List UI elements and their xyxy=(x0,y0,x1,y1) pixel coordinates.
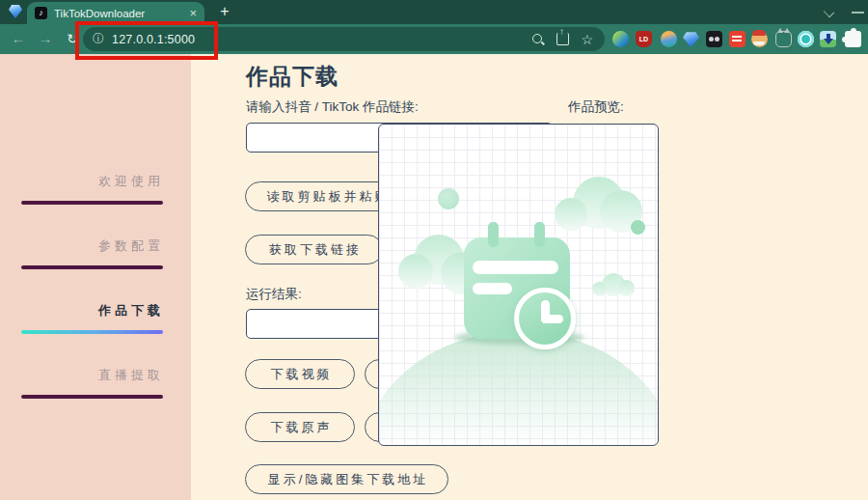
extension-notes-icon[interactable] xyxy=(729,31,746,47)
url-text[interactable]: 127.0.0.1:5000 xyxy=(112,33,531,46)
window-minimize-button[interactable] xyxy=(852,12,864,14)
address-bar[interactable]: ⓘ 127.0.0.1:5000 ☆ xyxy=(83,27,605,51)
page-title: 作品下载 xyxy=(246,62,339,92)
page-content: 欢迎使用 参数配置 作品下载 直播提取 作品下载 请输入抖音 / TikTok … xyxy=(0,54,868,500)
sidebar-item-welcome[interactable]: 欢迎使用 xyxy=(0,173,164,190)
link-input-label: 请输入抖音 / TikTok 作品链接: xyxy=(246,98,419,116)
clipboard-knob xyxy=(488,222,499,247)
tab-title: TikTokDownloader xyxy=(54,8,185,19)
clock-hand xyxy=(541,315,563,323)
extensions-puzzle-icon[interactable] xyxy=(845,31,861,47)
sidebar-item-settings[interactable]: 参数配置 xyxy=(0,237,164,255)
clipboard-line xyxy=(473,283,512,294)
extension-santa-icon[interactable] xyxy=(751,31,768,47)
extension-cat-icon[interactable] xyxy=(775,31,792,47)
get-download-link-button[interactable]: 获取下载链接 xyxy=(245,235,383,264)
sidebar-underline xyxy=(21,201,163,205)
sidebar-item-download-active[interactable]: 作品下载 xyxy=(0,302,164,319)
download-video-button[interactable]: 下载视频 xyxy=(245,359,355,389)
window-chevron-down-icon[interactable] xyxy=(824,7,834,17)
result-label: 运行结果: xyxy=(246,286,302,303)
browser-toolbar: ← → ↻ ⓘ 127.0.0.1:5000 ☆ LD xyxy=(0,24,868,54)
extension-ld-shield-icon[interactable]: LD xyxy=(636,31,652,47)
sidebar-item-live-extract[interactable]: 直播提取 xyxy=(0,367,164,384)
extension-teal-dot-icon[interactable] xyxy=(798,31,814,47)
back-button[interactable]: ← xyxy=(8,28,29,49)
clock-icon xyxy=(514,288,576,349)
extension-idm-icon[interactable] xyxy=(612,31,629,47)
extension-photo-download-icon[interactable] xyxy=(820,31,836,47)
site-info-icon[interactable]: ⓘ xyxy=(93,31,104,47)
preview-label: 作品预览: xyxy=(568,98,624,116)
preview-box xyxy=(378,124,659,446)
toggle-gallery-urls-button[interactable]: 显示/隐藏图集下载地址 xyxy=(245,464,448,494)
browser-tab[interactable]: ♪ TikTokDownloader × xyxy=(27,2,204,24)
profile-gem-icon[interactable] xyxy=(9,5,22,18)
download-audio-button[interactable]: 下载原声 xyxy=(245,412,355,442)
dot-illustration xyxy=(631,220,645,235)
tiktok-favicon-icon: ♪ xyxy=(35,7,47,19)
tab-strip: ♪ TikTokDownloader × + xyxy=(0,0,868,24)
sidebar: 欢迎使用 参数配置 作品下载 直播提取 xyxy=(0,54,191,500)
tab-close-icon[interactable]: × xyxy=(189,7,197,19)
extension-planet-icon[interactable] xyxy=(661,31,677,47)
hill-illustration xyxy=(378,331,659,446)
share-icon[interactable] xyxy=(556,33,569,45)
sidebar-active-underline xyxy=(21,330,163,334)
forward-button[interactable]: → xyxy=(35,28,56,49)
extension-gem-icon[interactable] xyxy=(683,31,699,47)
clipboard-line xyxy=(473,261,558,274)
reload-button[interactable]: ↻ xyxy=(62,28,83,49)
bookmark-star-icon[interactable]: ☆ xyxy=(581,32,593,47)
sidebar-underline xyxy=(21,265,163,269)
extension-tampermonkey-icon[interactable] xyxy=(706,31,722,47)
search-icon[interactable] xyxy=(531,33,545,46)
new-tab-button[interactable]: + xyxy=(214,2,235,22)
browser-window: ♪ TikTokDownloader × + ← → ↻ ⓘ 127.0.0.1… xyxy=(0,0,868,500)
clipboard-knob xyxy=(534,222,545,247)
dot-illustration xyxy=(438,188,459,209)
sidebar-underline xyxy=(21,395,163,399)
